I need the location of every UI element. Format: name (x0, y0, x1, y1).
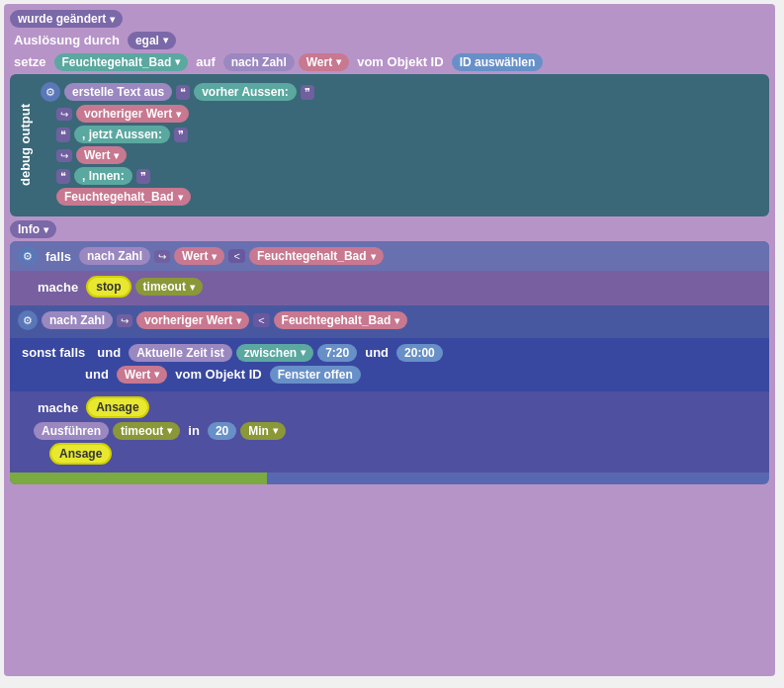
ansage1-pill: Ansage (86, 396, 148, 418)
debug-label: debug output (18, 104, 33, 186)
sonst-falls-und3-row: und Wert vom Objekt ID Fenster offen (18, 365, 761, 384)
auslosung-label: Auslösung durch (10, 31, 124, 49)
min-pill[interactable]: Min (240, 422, 286, 440)
erstelle-text-pill: erstelle Text aus (64, 83, 172, 101)
gear-icon-2[interactable]: ⚙ (18, 246, 38, 266)
ausfuehren-row: Ausführen timeout in 20 Min (34, 421, 761, 440)
nach-zahl-pill: nach Zahl (223, 53, 295, 71)
setze-label: setze (10, 52, 50, 71)
quote-open-1: ❝ (176, 85, 190, 100)
main-container: wurde geändert Auslösung durch egal setz… (4, 4, 775, 676)
arrow-icon-1: ↪ (56, 108, 72, 121)
ansage2-row: Ansage (34, 443, 761, 465)
gear-icon-3[interactable]: ⚙ (18, 310, 38, 330)
jetzt-aussen-pill: , jetzt Aussen: (74, 126, 170, 143)
timeout-pill-2[interactable]: timeout (113, 422, 180, 440)
zwischen-pill[interactable]: zwischen (236, 344, 313, 362)
jetzt-aussen-row: ❝ , jetzt Aussen: ❞ (56, 126, 761, 143)
arrow-icon-2: ↪ (56, 149, 72, 162)
auf-label: auf (192, 52, 219, 71)
debug-content: ⚙ erstelle Text aus ❝ vorher Aussen: ❞ ↪… (41, 82, 761, 209)
sonst-falls-label-row: sonst falls und Aktuelle Zeit ist zwisch… (10, 338, 769, 391)
vorheriger-wert-2[interactable]: vorheriger Wert (136, 311, 249, 329)
wert-sonst-pill[interactable]: Wert (117, 366, 167, 384)
setze-row: setze Feuchtegehalt_Bad auf nach Zahl We… (10, 52, 769, 71)
stop-pill: stop (86, 276, 131, 298)
wert-falls-pill[interactable]: Wert (174, 247, 224, 265)
wert-row: ↪ Wert (56, 146, 761, 164)
info-pill[interactable]: Info (10, 220, 56, 238)
quote-close-2: ❞ (174, 128, 188, 142)
feuchtegehalt-sonst-pill[interactable]: Feuchtegehalt_Bad (274, 311, 408, 329)
trigger-row: wurde geändert (10, 10, 769, 28)
quote-close-1: ❞ (301, 85, 314, 100)
feuchtegehalt-falls-pill[interactable]: Feuchtegehalt_Bad (249, 247, 384, 265)
sonst-falls-label: sonst falls (18, 343, 89, 362)
mache2-label: mache (34, 398, 82, 417)
lt-icon-1: < (228, 249, 244, 263)
wert-pill[interactable]: Wert (299, 53, 349, 71)
debug-section: debug output ⚙ erstelle Text aus ❝ vorhe… (10, 74, 769, 216)
bottom-bar (10, 473, 267, 484)
quote-open-2: ❝ (56, 128, 70, 142)
lt-icon-2: < (253, 313, 269, 327)
falls-block: ⚙ falls nach Zahl ↪ Wert < Feuchtegehalt… (10, 241, 769, 484)
mache-block: mache stop timeout (10, 271, 769, 305)
falls-header: ⚙ falls nach Zahl ↪ Wert < Feuchtegehalt… (10, 241, 769, 271)
time1-pill: 7:20 (317, 344, 357, 362)
id-auswaehlen-pill[interactable]: ID auswählen (452, 53, 544, 71)
und2-label: und (361, 343, 392, 362)
aktuelle-zeit-pill: Aktuelle Zeit ist (129, 344, 232, 362)
auslosung-row: Auslösung durch egal (10, 31, 769, 49)
vom-objekt-label: vom Objekt ID (353, 52, 447, 71)
vorheriger-wert-row: ↪ vorheriger Wert (56, 105, 761, 123)
fenster-offen-pill: Fenster offen (270, 366, 361, 384)
sonst-falls-und1-row: sonst falls und Aktuelle Zeit ist zwisch… (18, 343, 761, 362)
timeout-pill-1[interactable]: timeout (135, 278, 203, 296)
feuchtegehalt-row: Feuchtegehalt_Bad (56, 188, 761, 206)
mache-row: mache stop timeout (34, 276, 761, 298)
arrow-icon-3: ↪ (154, 250, 170, 263)
ansage2-pill: Ansage (49, 443, 112, 465)
info-row: Info (10, 220, 769, 238)
mache-label: mache (34, 278, 82, 297)
sonst-falls-header: ⚙ nach Zahl ↪ vorheriger Wert < Feuchteg… (10, 305, 769, 338)
innen-row: ❝ , Innen: ❞ (56, 167, 761, 185)
vorher-aussen-pill: vorher Aussen: (194, 83, 297, 101)
ausfuehren-pill: Ausführen (34, 422, 109, 440)
nach-zahl-2: nach Zahl (79, 247, 150, 265)
sonst-falls-row: ⚙ nach Zahl ↪ vorheriger Wert < Feuchteg… (18, 310, 761, 330)
innen-pill: , Innen: (74, 167, 132, 185)
und3-label: und (81, 365, 113, 384)
quote-close-3: ❞ (136, 169, 150, 184)
trigger-pill[interactable]: wurde geändert (10, 10, 123, 28)
nach-zahl-3: nach Zahl (42, 311, 113, 329)
quote-open-3: ❝ (56, 169, 70, 184)
und1-label: und (93, 343, 125, 362)
mache2-block: mache Ansage Ausführen timeout in 20 Min… (10, 391, 769, 473)
vorheriger-wert-pill[interactable]: vorheriger Wert (76, 105, 189, 123)
feuchtegehalt-pill-2[interactable]: Feuchtegehalt_Bad (56, 188, 191, 206)
mache2-label-row: mache Ansage (34, 396, 761, 418)
gear-icon-1[interactable]: ⚙ (41, 82, 60, 102)
erstelle-row: ⚙ erstelle Text aus ❝ vorher Aussen: ❞ (41, 82, 761, 102)
egal-pill[interactable]: egal (128, 32, 176, 49)
falls-label: falls (42, 247, 75, 266)
time2-pill: 20:00 (396, 344, 443, 362)
feuchtegehalt-pill[interactable]: Feuchtegehalt_Bad (54, 53, 189, 71)
wert-pill-2[interactable]: Wert (76, 146, 127, 164)
arrow-icon-4: ↪ (117, 314, 132, 327)
in-label: in (184, 421, 204, 440)
vom-objekt-label-2: vom Objekt ID (171, 365, 265, 384)
num-pill: 20 (208, 422, 236, 440)
